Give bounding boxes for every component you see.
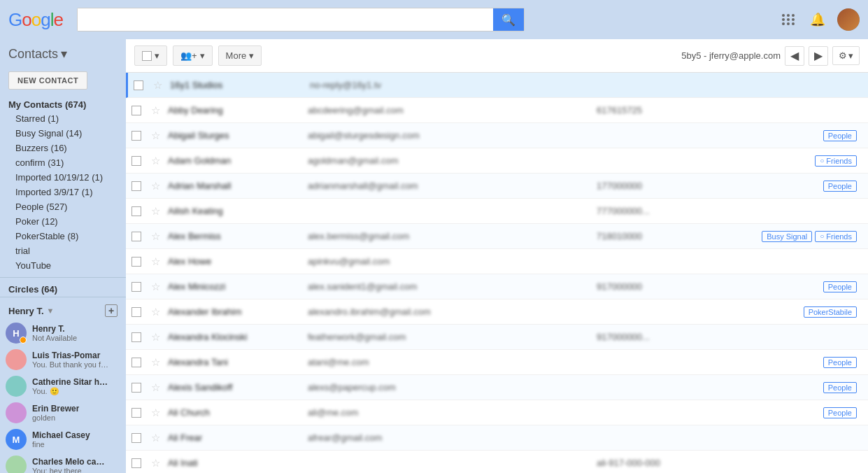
search-input[interactable]	[78, 8, 493, 31]
row-checkbox[interactable]	[131, 181, 141, 191]
row-checkbox[interactable]	[131, 156, 141, 166]
star-icon[interactable]: ☆	[151, 331, 168, 344]
row-checkbox[interactable]	[131, 358, 141, 367]
sidebar-item-poker[interactable]: Poker (12)	[0, 214, 126, 229]
contact-email: no-reply@16y1.tv	[310, 80, 597, 90]
table-row[interactable]: ☆ Alex Minicozzi alex.sanident1@gmail.co…	[126, 274, 868, 299]
table-row[interactable]: ☆ Alex Bermiss alex.bermiss@gmail.com 71…	[126, 224, 868, 249]
avatar[interactable]	[837, 8, 860, 31]
apps-icon[interactable]	[778, 10, 798, 29]
select-button[interactable]: ▾	[134, 45, 167, 66]
add-chat-button[interactable]: +	[105, 304, 118, 317]
henry-avatar: H	[6, 323, 27, 344]
contact-tags: People	[709, 130, 862, 141]
search-button[interactable]: 🔍	[493, 8, 524, 31]
sidebar-item-circles[interactable]: Circles (64)	[0, 282, 126, 297]
sidebar-item-buzzers[interactable]: Buzzers (16)	[0, 141, 126, 155]
table-row[interactable]: ☆ Alexis Sandikoff alexs@papercup.com Pe…	[126, 375, 868, 400]
contact-tags: People	[709, 382, 862, 393]
add-person-button[interactable]: 👥+ ▾	[173, 45, 213, 66]
tag-people[interactable]: People	[823, 407, 857, 418]
table-row[interactable]: ☆ Alexander Ibrahim alexandro.ibrahim@gm…	[126, 299, 868, 325]
tag-pokerstabile[interactable]: PokerStabile	[804, 306, 857, 318]
row-checkbox[interactable]	[131, 257, 141, 267]
table-row[interactable]: ☆ Ailish Keating 777000000...	[126, 199, 868, 224]
sidebar-item-youtube[interactable]: YouTube	[0, 258, 126, 273]
row-checkbox[interactable]	[131, 408, 141, 418]
sidebar-item-starred[interactable]: Starred (1)	[0, 111, 126, 126]
chat-item-michael[interactable]: M Michael Casey fine	[0, 426, 126, 453]
sidebar-item-trial[interactable]: trial	[0, 243, 126, 258]
row-checkbox[interactable]	[131, 307, 141, 317]
tag-people[interactable]: People	[823, 130, 857, 141]
contacts-table: ☆ 16y1 Studios no-reply@16y1.tv ☆ Abby D…	[126, 73, 868, 473]
chat-item-erin[interactable]: Erin Brewer golden	[0, 400, 126, 426]
more-button[interactable]: More ▾	[218, 45, 262, 66]
star-icon[interactable]: ☆	[151, 129, 168, 142]
star-icon[interactable]: ☆	[151, 306, 168, 318]
table-row[interactable]: ☆ Ali Church ali@me.com People	[126, 400, 868, 425]
row-checkbox[interactable]	[131, 131, 141, 141]
star-icon[interactable]: ☆	[151, 104, 168, 117]
new-contact-button[interactable]: NEW CONTACT	[8, 71, 87, 90]
row-checkbox[interactable]	[131, 206, 141, 216]
star-icon[interactable]: ☆	[153, 79, 170, 92]
chat-item-catherine[interactable]: Catherine Sitar han... You. 🙂	[0, 373, 126, 400]
star-icon[interactable]: ☆	[151, 356, 168, 369]
sidebar-item-pokerstable[interactable]: PokerStable (8)	[0, 229, 126, 243]
tag-friends[interactable]: Friends	[815, 231, 857, 242]
star-icon[interactable]: ☆	[151, 180, 168, 192]
notifications-icon[interactable]: 🔔	[808, 10, 827, 29]
tag-people[interactable]: People	[823, 357, 857, 368]
star-icon[interactable]: ☆	[151, 205, 168, 218]
table-row[interactable]: ☆ Alexandra Tani atani@me.com People	[126, 350, 868, 375]
star-icon[interactable]: ☆	[151, 407, 168, 419]
star-icon[interactable]: ☆	[151, 381, 168, 394]
sidebar-item-people[interactable]: People (527)	[0, 199, 126, 214]
row-checkbox[interactable]	[131, 458, 141, 468]
chat-item-henry[interactable]: H Henry T. Not Available	[0, 320, 126, 346]
row-checkbox[interactable]	[131, 282, 141, 292]
content-area: ▾ 👥+ ▾ More ▾ 5by5 - jferry@apple.com ◀ …	[126, 39, 868, 473]
star-icon[interactable]: ☆	[151, 155, 168, 167]
tag-people[interactable]: People	[823, 382, 857, 393]
table-row[interactable]: ☆ Abby Dearing abcdeering@gmail.com 6176…	[126, 98, 868, 123]
settings-button[interactable]: ⚙ ▾	[832, 46, 860, 65]
row-checkbox[interactable]	[134, 80, 143, 90]
table-row[interactable]: ☆ Alex Howe apinkvu@gmail.com	[126, 249, 868, 274]
contacts-title[interactable]: Contacts ▾	[8, 46, 118, 62]
tag-busy-signal[interactable]: Busy Signal	[762, 231, 812, 242]
star-icon[interactable]: ☆	[151, 432, 168, 444]
select-checkbox[interactable]	[142, 51, 152, 61]
row-checkbox[interactable]	[131, 232, 141, 241]
tag-people[interactable]: People	[823, 281, 857, 292]
star-icon[interactable]: ☆	[151, 255, 168, 268]
contact-tags: People	[709, 181, 862, 192]
table-row[interactable]: ☆ Adrian Marshall adrianmarshall@gmail.c…	[126, 174, 868, 199]
star-icon[interactable]: ☆	[151, 457, 168, 470]
erin-name: Erin Brewer	[32, 404, 79, 414]
table-row[interactable]: ☆ Ali Inati ali-917-000-000	[126, 451, 868, 473]
star-icon[interactable]: ☆	[151, 230, 168, 243]
row-checkbox[interactable]	[131, 106, 141, 115]
chat-item-charles[interactable]: Charles Melo cami... You: hey there	[0, 453, 126, 473]
sidebar-item-confirm[interactable]: confirm (31)	[0, 155, 126, 170]
sidebar-item-imported-2[interactable]: Imported 3/9/17 (1)	[0, 185, 126, 199]
my-contacts-group[interactable]: My Contacts (674)	[0, 95, 126, 111]
row-checkbox[interactable]	[131, 383, 141, 393]
sidebar-item-imported-1[interactable]: Imported 10/19/12 (1)	[0, 170, 126, 185]
star-icon[interactable]: ☆	[151, 281, 168, 293]
row-checkbox[interactable]	[131, 332, 141, 342]
tag-people[interactable]: People	[823, 181, 857, 192]
table-row[interactable]: ☆ 16y1 Studios no-reply@16y1.tv	[126, 73, 868, 98]
table-row[interactable]: ☆ Ali Frear afrear@gmail.com	[126, 425, 868, 451]
table-row[interactable]: ☆ Adam Goldman agoldman@gmail.com Friend…	[126, 148, 868, 174]
table-row[interactable]: ☆ Abigail Sturges abigail@sturgesdesign.…	[126, 123, 868, 148]
next-button[interactable]: ▶	[809, 46, 828, 66]
sidebar-item-busy-signal[interactable]: Busy Signal (14)	[0, 126, 126, 141]
prev-button[interactable]: ◀	[785, 46, 804, 66]
table-row[interactable]: ☆ Alexandra Klocinski featherwork@gmail.…	[126, 325, 868, 350]
chat-item-luis[interactable]: Luis Trias-Pomar You. But thank you fo..…	[0, 346, 126, 373]
tag-friends[interactable]: Friends	[815, 155, 857, 167]
row-checkbox[interactable]	[131, 433, 141, 443]
